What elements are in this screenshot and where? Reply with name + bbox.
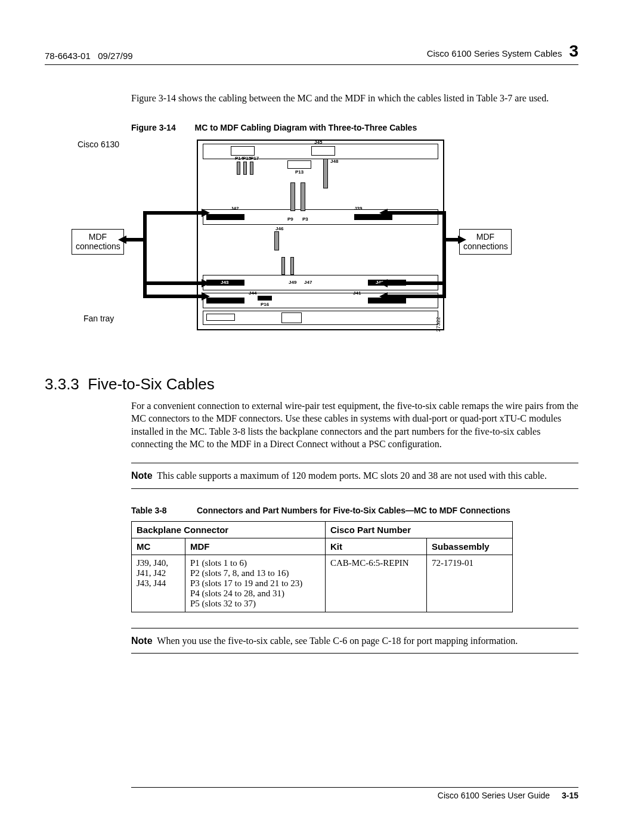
fan-tray-label: Fan tray bbox=[83, 314, 114, 324]
cabling-diagram: Cisco 6130 MDF connections Fan tray MDF … bbox=[131, 140, 566, 342]
table-header-row-2: MC MDF Kit Subassembly bbox=[132, 538, 513, 555]
col-partnum: Cisco Part Number bbox=[326, 521, 513, 538]
section-heading: 3.3.3 Five-to-Six Cables bbox=[45, 375, 578, 394]
page-header: 78-6643-01 09/27/99 Cisco 6100 Series Sy… bbox=[45, 42, 578, 65]
j43-label: J43 bbox=[221, 280, 228, 285]
figure-label: Figure 3-14 bbox=[131, 123, 176, 132]
figure-id: 27322 bbox=[435, 317, 441, 332]
figure-caption: Figure 3-14 MC to MDF Cabling Diagram wi… bbox=[131, 123, 578, 132]
chapter-number: 3 bbox=[569, 42, 578, 61]
p13-label: P13 bbox=[295, 169, 304, 175]
figure-title: MC to MDF Cabling Diagram with Three-to-… bbox=[195, 123, 417, 132]
col-mdf: MDF bbox=[185, 538, 326, 555]
table-title: Connectors and Part Numbers for Five-to-… bbox=[197, 506, 510, 515]
p9-label: P9 bbox=[287, 216, 293, 222]
doc-date: 09/27/99 bbox=[98, 51, 132, 61]
header-left: 78-6643-01 09/27/99 bbox=[45, 51, 133, 61]
footer-page: 3-15 bbox=[562, 791, 578, 800]
note-label-2: Note bbox=[131, 636, 153, 646]
table-caption: Table 3-8 Connectors and Part Numbers fo… bbox=[131, 506, 578, 515]
j44-label: J44 bbox=[249, 290, 256, 296]
page-footer: Cisco 6100 Series User Guide 3-15 bbox=[131, 787, 578, 800]
doc-id: 78-6643-01 bbox=[45, 51, 91, 61]
note2-text: When you use the five-to-six cable, see … bbox=[157, 636, 518, 646]
col-sub: Subassembly bbox=[427, 538, 513, 555]
j39-label: J39 bbox=[354, 206, 362, 211]
section-paragraph: For a convenient connection to external … bbox=[131, 400, 578, 451]
p16-label: P16 bbox=[261, 302, 269, 307]
header-title: Cisco 6100 Series System Cables bbox=[427, 48, 562, 58]
note-block-1: Note This cable supports a maximum of 12… bbox=[131, 463, 578, 489]
note-block-2: Note When you use the five-to-six cable,… bbox=[131, 628, 578, 654]
j42-label: J42 bbox=[231, 206, 239, 211]
note1-text: This cable supports a maximum of 120 mod… bbox=[157, 470, 547, 481]
j45-label: J45 bbox=[314, 140, 322, 145]
intro-paragraph: Figure 3-14 shows the cabling between th… bbox=[131, 92, 578, 105]
j41-label: J41 bbox=[353, 290, 361, 296]
cell-sub: 72-1719-01 bbox=[427, 555, 513, 612]
section-number: 3.3.3 bbox=[45, 375, 79, 393]
header-right: Cisco 6100 Series System Cables 3 bbox=[427, 42, 578, 61]
note-label: Note bbox=[131, 470, 153, 481]
p3-label: P3 bbox=[302, 216, 308, 222]
col-backplane: Backplane Connector bbox=[132, 521, 326, 538]
j46-label: J46 bbox=[275, 226, 283, 231]
chassis-board: J45 P14 P15 P17 P13 J48 J42 J39 P9 P3 J4… bbox=[197, 140, 444, 330]
cell-mdf: P1 (slots 1 to 6) P2 (slots 7, 8, and 13… bbox=[185, 555, 326, 612]
device-label: Cisco 6130 bbox=[78, 140, 119, 150]
p17-label: P17 bbox=[250, 156, 259, 161]
table-header-row-1: Backplane Connector Cisco Part Number bbox=[132, 521, 513, 538]
table-row: J39, J40, J41, J42 J43, J44 P1 (slots 1 … bbox=[132, 555, 513, 612]
cell-mc: J39, J40, J41, J42 J43, J44 bbox=[132, 555, 185, 612]
col-kit: Kit bbox=[326, 538, 427, 555]
cell-kit: CAB-MC-6:5-REPIN bbox=[326, 555, 427, 612]
j47-label: J47 bbox=[304, 280, 312, 285]
section-title: Five-to-Six Cables bbox=[88, 375, 214, 393]
col-mc: MC bbox=[132, 538, 185, 555]
footer-guide: Cisco 6100 Series User Guide bbox=[438, 791, 550, 800]
j49-label: J49 bbox=[289, 280, 296, 285]
connectors-table: Backplane Connector Cisco Part Number MC… bbox=[131, 521, 513, 612]
table-label: Table 3-8 bbox=[131, 506, 197, 515]
mdf-left-label: MDF connections bbox=[72, 229, 124, 255]
j48-label: J48 bbox=[330, 159, 338, 164]
mdf-right-label: MDF connections bbox=[459, 229, 512, 255]
